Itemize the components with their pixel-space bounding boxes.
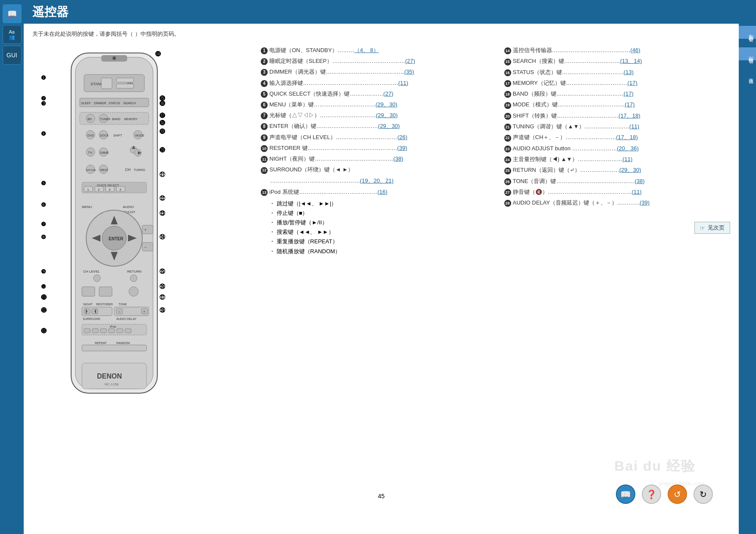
label-3: ❸ <box>41 100 46 107</box>
bottom-icon-refresh[interactable]: ↺ <box>668 484 687 504</box>
svg-point-73 <box>129 287 138 296</box>
bottom-icon-book[interactable]: 📖 <box>616 484 635 504</box>
list-item: 12 SURROUND（环绕）键（◄ ►） <box>261 166 487 174</box>
main-content: 关于未在此处说明的按键，请参阅括号（ ）中指明的页码。 STANDBY ON <box>24 24 739 510</box>
svg-text:3: 3 <box>109 188 111 192</box>
label-6: ❻ <box>41 202 46 208</box>
label-11: ⓫ <box>41 294 47 301</box>
svg-text:−: − <box>144 245 147 249</box>
list-item: 17 MEMORY（记忆）键……………………………(17) <box>504 79 731 87</box>
svg-text:VAUX: VAUX <box>100 168 108 171</box>
svg-rect-94 <box>109 329 115 333</box>
bottom-icon-forward[interactable]: ↻ <box>694 484 713 504</box>
remote-section: STANDBY ON SLEEP DIMMER STATUS SEARCH BD <box>32 44 248 501</box>
watermark: Bai du 经验 <box>614 457 696 476</box>
label-8: ❽ <box>41 234 46 240</box>
svg-point-3 <box>112 56 116 60</box>
svg-text:REPEAT: REPEAT <box>95 342 107 345</box>
svg-text:MENU: MENU <box>82 205 92 209</box>
remote-wrapper: STANDBY ON SLEEP DIMMER STATUS SEARCH BD <box>32 49 248 403</box>
list-item: 26 TONE（音调）键……………………………………(38) <box>504 177 731 185</box>
right-tab-1[interactable]: 删 补 键 <box>739 26 756 39</box>
bottom-icon-help[interactable]: ❓ <box>642 484 661 504</box>
list-col-2: 14 遥控信号传输器……………………………………(46) 15 SEARCH（搜… <box>504 47 731 256</box>
remote-svg: STANDBY ON SLEEP DIMMER STATUS SEARCH BD <box>58 49 170 402</box>
svg-text:RETURN: RETURN <box>127 270 142 273</box>
svg-text:RC-1158: RC-1158 <box>105 382 119 386</box>
svg-text:STATUS: STATUS <box>109 102 120 105</box>
list-item: 21 TUNING（调谐）键（▲▼）……………………(11) <box>504 123 731 130</box>
svg-text:+: + <box>144 228 147 232</box>
label-5: ❺ <box>41 180 46 186</box>
list-item: 6 MENU（菜单）键……………………………(29、30) <box>261 101 487 109</box>
right-sidebar: 删 补 键 副 功 键 音 德 <box>739 0 756 534</box>
list-item: 19 MODE（模式）键………………………………(17) <box>504 101 731 109</box>
list-item: 14 遥控信号传输器……………………………………(46) <box>504 47 731 54</box>
svg-rect-91 <box>84 329 90 333</box>
label-13: ⓭ <box>41 328 47 334</box>
svg-text:DENON: DENON <box>97 373 122 380</box>
sidebar-icon-book[interactable]: 📖 <box>3 4 22 23</box>
svg-text:TV: TV <box>88 151 93 155</box>
ipod-section: 13 iPod 系统键……………………………………(16) ・ 跳过键（|◄◄、… <box>261 188 487 256</box>
svg-rect-65 <box>142 242 153 251</box>
list-item: 3 DIMMER（调光器）键……………………………………(35) <box>261 68 487 76</box>
next-page-area: ☞ 见次页 <box>504 215 731 234</box>
svg-text:DIMMER: DIMMER <box>94 102 106 105</box>
svg-text:NIGHT: NIGHT <box>83 303 93 306</box>
list-item: 20 SHIFT（转换）键……………………………(17、18) <box>504 112 731 120</box>
svg-text:2: 2 <box>98 188 100 192</box>
list-item: 1 电源键（ON、STANDBY）………（4、 8） <box>261 47 487 54</box>
svg-text:BAND: BAND <box>112 118 120 121</box>
right-tab-2[interactable]: 副 功 键 <box>739 47 756 60</box>
label-12: ⓬ <box>41 307 47 314</box>
sidebar-icon-gui[interactable]: GUI <box>3 46 22 65</box>
label-10: ❿ <box>41 283 46 290</box>
list-item: 15 SEARCH（搜索）键…………………………(13、14) <box>504 57 731 65</box>
svg-text:BD: BD <box>87 118 92 121</box>
list-item: 11 NIGHT（夜间）键……………………………………(38) <box>261 155 487 163</box>
svg-text:RANDOM: RANDOM <box>116 342 130 345</box>
list-item: 18 BAND（频段）键………………………………(17) <box>504 90 731 98</box>
label-9: ❾ <box>41 268 46 275</box>
svg-point-69 <box>94 275 100 282</box>
svg-text:DOCK: DOCK <box>100 134 109 137</box>
svg-text:4: 4 <box>119 188 122 192</box>
svg-text:SLEEP: SLEEP <box>81 102 91 105</box>
bottom-icons: 📖 ❓ ↺ ↻ <box>616 484 713 504</box>
svg-text:RESTORER: RESTORER <box>96 303 113 306</box>
list-columns: 1 电源键（ON、STANDBY）………（4、 8） 2 睡眠定时器键（SLEE… <box>261 47 730 256</box>
svg-text:TONE: TONE <box>119 303 127 306</box>
list-item: 9 声道电平键（CH LEVEL）……………………………(26) <box>261 134 487 141</box>
svg-text:1: 1 <box>87 188 89 192</box>
svg-text:SURROUND: SURROUND <box>83 317 100 320</box>
svg-text:CH LEVEL: CH LEVEL <box>83 270 100 273</box>
right-tab-3[interactable]: 音 德 <box>739 69 756 81</box>
svg-rect-96 <box>125 329 131 333</box>
next-page-button[interactable]: ☞ 见次页 <box>694 222 730 234</box>
svg-text:+: + <box>143 310 145 314</box>
list-section: 1 电源键（ON、STANDBY）………（4、 8） 2 睡眠定时器键（SLEE… <box>261 44 730 501</box>
sidebar-icon-text[interactable]: Aa👥 <box>3 25 22 44</box>
svg-rect-9 <box>116 84 134 88</box>
svg-text:TUNER: TUNER <box>100 118 110 121</box>
svg-text:AUDIO: AUDIO <box>123 205 134 209</box>
list-item: 27 静音键（🔇）………………………………………(11) <box>504 188 731 196</box>
list-item: 16 STATUS（状态）键……………………………(13) <box>504 68 731 76</box>
list-item: 2 睡眠定时器键（SLEEP）…………………………………(27) <box>261 57 487 65</box>
list-item: 28 AUDIO DELAY（音频延迟）键（＋、－）…………(39) <box>504 199 731 207</box>
svg-text:SAT/CBL: SAT/CBL <box>86 169 97 171</box>
page-header: 遥控器 <box>24 0 739 24</box>
svg-text:DVD: DVD <box>87 134 94 137</box>
list-item-ipod: 13 iPod 系统键……………………………………(16) <box>261 188 487 196</box>
left-sidebar: 📖 Aa👥 GUI <box>0 0 24 534</box>
list-item: 22 声道键（CH＋、－）………………………(17、18) <box>504 134 731 141</box>
svg-text:CH: CH <box>125 168 131 172</box>
list-item: …………………………………………(19、20、21) <box>261 177 487 185</box>
svg-text:SHIFT: SHIFT <box>113 134 122 137</box>
list-item-audio-adjust: 23 AUDIO ADJUST button ……………………(20、36) <box>504 145 731 152</box>
label-4: ❹ <box>41 130 46 137</box>
svg-rect-92 <box>92 329 98 333</box>
label-2: ❷ <box>41 95 46 102</box>
svg-text:SEARCH: SEARCH <box>123 102 136 105</box>
